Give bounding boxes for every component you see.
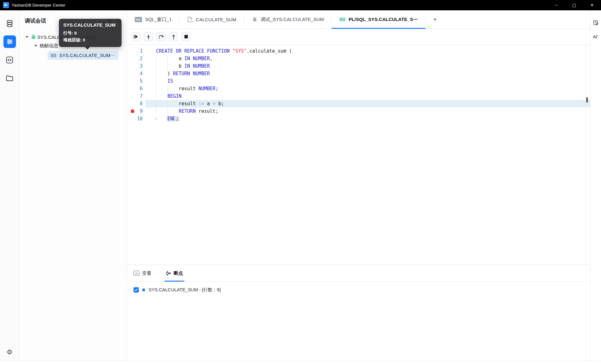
panel-title: 调试会话	[25, 17, 46, 24]
tooltip-line-number: 行号: 8	[63, 30, 117, 37]
code-text[interactable]: BEGIN	[156, 92, 590, 100]
settings-gear-icon[interactable]: ⚙	[7, 348, 13, 356]
bottom-panel-tab-bar: (x)变量断点	[127, 265, 590, 282]
rail-item-debug-sessions[interactable]	[3, 35, 16, 48]
resume-button[interactable]	[131, 32, 140, 41]
line-number-gutter[interactable]: 7	[127, 92, 145, 100]
note-edit-icon[interactable]	[593, 20, 599, 26]
editor-tab-bar: SQLSQL_窗口_1fxCALCULATE_SUM调试_SYS.CALCULA…	[127, 10, 590, 29]
tab-calculate_sum[interactable]: fxCALCULATE_SUM	[180, 10, 244, 29]
line-number: 9	[140, 108, 143, 114]
title-bar: YashanDB Developer Center ─ □ ✕	[0, 0, 601, 10]
rail-item-code[interactable]	[3, 54, 16, 66]
code-text[interactable]: CREATE OR REPLACE FUNCTION "SYS".calcula…	[156, 47, 590, 55]
close-button[interactable]: ✕	[583, 0, 601, 10]
new-tab-button[interactable]: +	[426, 10, 444, 29]
line-number: 8	[140, 101, 143, 107]
token: result	[156, 101, 198, 107]
tab-label: SQL_窗口_1	[145, 17, 172, 23]
line-number-gutter[interactable]: 3	[127, 62, 145, 70]
token: ;	[216, 86, 218, 91]
code-text[interactable]: RETURN result;	[156, 107, 590, 115]
stack-frame-tooltip: SYS.CALCULATE_SUM 行号: 8 堆栈层级: 0	[59, 19, 122, 47]
line-number-gutter[interactable]: 4	[127, 70, 145, 77]
bottom-tab-variables[interactable]: (x)变量	[133, 265, 151, 281]
line-number-gutter[interactable]: 2	[127, 55, 145, 62]
app-logo	[3, 2, 9, 8]
fold-margin	[145, 85, 156, 92]
code-text[interactable]: END;	[156, 115, 590, 122]
code-editor[interactable]: 1CREATE OR REPLACE FUNCTION "SYS".calcul…	[127, 45, 590, 265]
tooltip-title: SYS.CALCULATE_SUM	[63, 22, 117, 28]
rail-item-database[interactable]	[3, 17, 16, 30]
step-out-button[interactable]	[169, 32, 178, 41]
code-line-10[interactable]: 10→ END;	[127, 115, 590, 122]
code-text[interactable]: ) RETURN NUMBER	[156, 70, 590, 77]
minimize-button[interactable]: ─	[547, 0, 565, 10]
sql-badge-icon: SQL	[135, 17, 142, 22]
line-number-gutter[interactable]: 5	[127, 77, 145, 85]
code-text[interactable]: result NUMBER;	[156, 85, 590, 92]
code-line-6[interactable]: 6 result NUMBER;	[127, 85, 590, 92]
tab-label: 调试_SYS.CALCULATE_SUM	[261, 17, 324, 23]
code-line-2[interactable]: 2 a IN NUMBER,	[127, 55, 590, 62]
stop-button[interactable]	[181, 32, 191, 41]
indent-guide	[156, 70, 156, 77]
line-number-gutter[interactable]: 10	[127, 115, 145, 122]
code-line-4[interactable]: 4 ) RETURN NUMBER	[127, 70, 590, 77]
code-line-1[interactable]: 1CREATE OR REPLACE FUNCTION "SYS".calcul…	[127, 47, 590, 55]
token: result;	[196, 108, 218, 114]
indent-guide	[156, 77, 156, 85]
step-into-button[interactable]	[144, 32, 153, 41]
rail-item-folder[interactable]	[3, 72, 16, 84]
bottom-tab-breakpoints[interactable]: 断点	[166, 265, 183, 281]
caret-down-icon[interactable]	[25, 36, 29, 38]
token: )	[156, 71, 173, 76]
code-line-8[interactable]: 8 result := a + b;	[127, 100, 590, 107]
breakpoint-checkbox[interactable]	[133, 287, 139, 293]
code-line-5[interactable]: 5 IS	[127, 77, 590, 85]
line-number-gutter[interactable]: 1	[127, 47, 145, 55]
line-number: 7	[140, 93, 143, 99]
token: CREATE OR REPLACE FUNCTION	[156, 48, 233, 54]
token: BEGIN	[167, 93, 181, 99]
line-number-gutter[interactable]: 8	[127, 100, 145, 107]
editor-scrollbar[interactable]	[586, 45, 590, 265]
stop-button	[184, 34, 188, 39]
code-line-3[interactable]: 3 b IN NUMBER	[127, 62, 590, 70]
debug-sessions-icon	[6, 38, 13, 45]
tree-item[interactable]: SYS.CALCULATE_SUM⋯	[19, 50, 127, 61]
line-number: 10	[137, 116, 143, 122]
frames-icon	[50, 53, 56, 58]
tab--_sys-calculate_sum[interactable]: 调试_SYS.CALCULATE_SUM	[244, 10, 332, 29]
line-number-gutter[interactable]: 6	[127, 85, 145, 92]
caret-down-icon[interactable]	[34, 45, 37, 47]
code-line-7[interactable]: 7 BEGIN	[127, 92, 590, 100]
maximize-button[interactable]: □	[565, 0, 583, 10]
line-number: 3	[140, 63, 143, 69]
step-over-button	[158, 34, 164, 39]
step-over-button[interactable]	[156, 32, 165, 41]
bug-icon	[31, 34, 36, 40]
ai-assistant-icon[interactable]: Ai+	[593, 34, 598, 39]
tab-sql_-_1[interactable]: SQLSQL_窗口_1	[127, 10, 180, 29]
code-text[interactable]: b IN NUMBER	[156, 62, 590, 70]
scrollbar-thumb[interactable]	[586, 97, 588, 102]
code-line-9[interactable]: 9 RETURN result;	[127, 107, 590, 115]
line-number-gutter[interactable]: 9	[127, 107, 145, 115]
bottom-tab-label: 变量	[142, 270, 151, 276]
code-text[interactable]: a IN NUMBER,	[156, 55, 590, 62]
token: a	[156, 56, 184, 61]
debug-session-panel: 调试会话 ↻ SYS.CALCULATE_SUM@lx栈帧信息SYS.CALCU…	[19, 10, 127, 361]
code-text[interactable]: IS	[156, 77, 590, 85]
indent-guide	[156, 100, 156, 107]
tab-pl-sql_sys-calculate_s-[interactable]: PL/SQL_SYS.CALCULATE_S⋯	[332, 10, 426, 29]
selected-stack-frame[interactable]: SYS.CALCULATE_SUM⋯	[48, 51, 118, 60]
breakpoint-dot[interactable]	[131, 109, 134, 113]
window-title: YashanDB Developer Center	[12, 3, 65, 8]
status-strip	[0, 361, 601, 364]
indent-guide	[156, 85, 156, 92]
step-out-button	[171, 34, 176, 39]
code-text[interactable]: result := a + b;	[156, 100, 590, 107]
code-icon	[6, 56, 13, 64]
